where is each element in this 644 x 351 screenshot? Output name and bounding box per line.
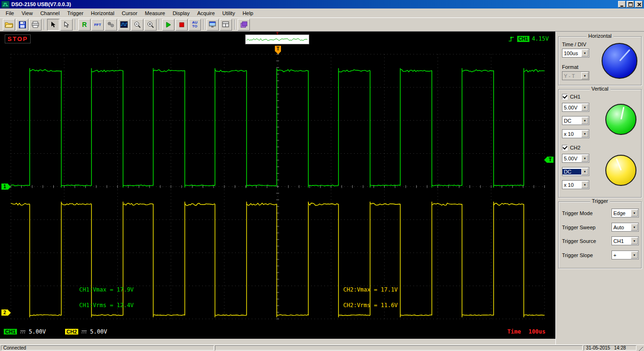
start-button[interactable]: [162, 19, 174, 31]
ch1-coupling-select[interactable]: DC▼: [562, 116, 589, 125]
print-button[interactable]: [29, 19, 41, 31]
ch2-ground-marker[interactable]: 2: [1, 309, 8, 316]
trigger-sweep-select[interactable]: Auto▼: [611, 223, 639, 232]
menu-acquire[interactable]: Acquire: [193, 9, 218, 17]
auto-setup-label: AUTO: [191, 21, 198, 28]
toolbar-separator: [159, 19, 160, 30]
ch1-volts-select[interactable]: 5.00V▼: [562, 103, 589, 112]
refresh-button[interactable]: R: [78, 19, 91, 31]
ch1-vrms-readout: CH1:Vrms = 12.4V: [79, 302, 134, 309]
ch1-position-knob[interactable]: [605, 104, 636, 135]
menu-measure[interactable]: Measure: [141, 9, 169, 17]
ch2-enable-checkbox[interactable]: [562, 145, 568, 150]
menu-horizontal[interactable]: Horizontal: [87, 9, 118, 17]
ch2-position-knob[interactable]: [605, 155, 636, 186]
timediv-select[interactable]: 100us ▼: [562, 49, 589, 58]
calibration-window-icon: [209, 21, 216, 28]
chevron-down-icon[interactable]: ▼: [581, 50, 588, 57]
ch2-probe-select[interactable]: x 10▼: [562, 180, 589, 189]
arrow-right-icon: [8, 310, 11, 316]
chevron-down-icon[interactable]: ▼: [581, 104, 588, 111]
trigger-sweep-label: Trigger Sweep: [562, 225, 595, 230]
menu-display[interactable]: Display: [169, 9, 193, 17]
refresh-label: R: [82, 21, 87, 28]
check-icon: [562, 145, 567, 150]
vertical-group-title: Vertical: [589, 86, 610, 92]
gears-icon: [107, 21, 115, 28]
settings-button[interactable]: [105, 19, 117, 31]
ch2-enable-row: CH2: [562, 145, 580, 150]
trigger-sweep-row: Trigger Sweep Auto▼: [562, 223, 639, 232]
menu-bar: File View Channel Trigger Horizontal Cur…: [0, 8, 644, 17]
check-icon: [562, 94, 567, 99]
restore-icon: [628, 2, 633, 7]
trigger-level-marker[interactable]: T: [547, 157, 553, 163]
self-calibration-button[interactable]: [206, 19, 219, 31]
toolbar-separator: [75, 19, 76, 30]
restore-button[interactable]: [627, 1, 634, 8]
chevron-down-icon[interactable]: ▼: [581, 117, 588, 124]
chevron-down-icon[interactable]: ▼: [631, 251, 638, 259]
waveform-display-button[interactable]: [118, 19, 130, 31]
ch2-volts-select[interactable]: 5.00V▼: [562, 154, 589, 163]
stop-button[interactable]: [175, 19, 188, 31]
chevron-down-icon[interactable]: ▼: [631, 237, 638, 244]
toolbar-separator: [44, 19, 45, 30]
chevron-down-icon[interactable]: ▼: [581, 155, 588, 162]
trigger-slope-row: Trigger Slope +▼: [562, 251, 639, 259]
title-bar: DSO-2150 USB(V7.0.0.3): [0, 0, 644, 8]
close-button[interactable]: [635, 1, 643, 8]
waveform-window-icon: [120, 21, 128, 28]
chevron-down-icon[interactable]: ▼: [581, 181, 588, 188]
save-button[interactable]: [16, 19, 28, 31]
ch2-coupling-select[interactable]: DC▼: [562, 167, 589, 176]
chevron-down-icon[interactable]: ▼: [581, 168, 588, 175]
minimize-button[interactable]: [618, 1, 626, 8]
menu-cursor[interactable]: Cursor: [118, 9, 141, 17]
zoom-in-button[interactable]: [144, 19, 157, 31]
chevron-down-icon[interactable]: ▼: [581, 130, 588, 137]
trigger-mode-select[interactable]: Edge▼: [611, 209, 639, 217]
record-preview[interactable]: T: [245, 34, 309, 44]
status-bar: Connected 31-05-2015 14:28: [0, 344, 644, 351]
menu-view[interactable]: View: [18, 9, 37, 17]
trigger-readout: CH1 4.15V: [508, 35, 549, 42]
chevron-down-icon[interactable]: ▼: [631, 209, 638, 217]
zoom-out-button[interactable]: [131, 19, 143, 31]
menu-file[interactable]: File: [2, 9, 18, 17]
pass-fail-button[interactable]: [238, 19, 250, 31]
cursor-arrow-alt-icon: [64, 21, 69, 28]
zoom-out-icon: [134, 21, 141, 28]
scope-bottom-bar: CH1 5.00V CH2 5.00V Time 100us: [0, 327, 555, 337]
ch1-enable-checkbox[interactable]: [562, 94, 568, 100]
ch2-badge: CH2: [65, 329, 78, 334]
ch1-ground-marker[interactable]: 1: [1, 184, 8, 190]
menu-help[interactable]: Help: [239, 9, 257, 17]
control-panel: Horizontal Time / DIV 100us ▼ Format Y -…: [555, 32, 644, 344]
chevron-down-icon: ▼: [581, 72, 588, 79]
trigger-source-badge: CH1: [517, 36, 529, 42]
timediv-label: Time / DIV: [562, 42, 586, 47]
dc-coupling-icon: [20, 330, 26, 334]
timebase-readout: Time 100us: [507, 328, 545, 335]
vertical-group: Vertical CH1 5.00V▼ DC▼ x 10▼ CH2 5.00V▼: [558, 89, 642, 198]
auto-setup-button[interactable]: AUTO: [189, 19, 201, 31]
trigger-slope-select[interactable]: +▼: [611, 251, 639, 259]
menu-channel[interactable]: Channel: [36, 9, 63, 17]
pointer-cursor-button[interactable]: [60, 19, 73, 31]
select-cursor-button[interactable]: [47, 19, 59, 31]
horizontal-position-knob[interactable]: [602, 43, 637, 79]
fft-button[interactable]: FFT: [91, 19, 104, 31]
menu-utility[interactable]: Utility: [219, 9, 239, 17]
ch1-probe-select[interactable]: x 10▼: [562, 129, 589, 138]
stop-icon: [179, 22, 184, 27]
trigger-source-select[interactable]: CH1▼: [611, 236, 639, 245]
display-mode-button[interactable]: [220, 19, 232, 31]
chevron-down-icon[interactable]: ▼: [631, 224, 638, 231]
ch1-volts-per-div: 5.00V: [29, 328, 46, 335]
resize-grip[interactable]: [637, 345, 643, 351]
trigger-position-marker[interactable]: T: [275, 46, 281, 51]
open-button[interactable]: [3, 19, 15, 31]
menu-trigger[interactable]: Trigger: [63, 9, 87, 17]
ch1-vmax-readout: CH1:Vmax = 17.9V: [79, 286, 134, 293]
